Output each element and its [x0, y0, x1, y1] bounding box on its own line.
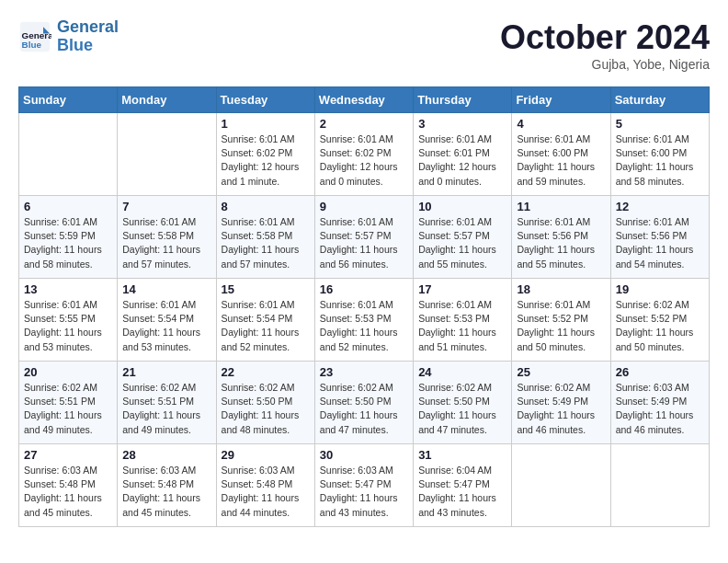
calendar-cell: 3Sunrise: 6:01 AM Sunset: 6:01 PM Daylig… [414, 113, 512, 196]
calendar-body: 1Sunrise: 6:01 AM Sunset: 6:02 PM Daylig… [19, 113, 710, 527]
day-number: 9 [320, 200, 408, 213]
calendar-cell: 13Sunrise: 6:01 AM Sunset: 5:55 PM Dayli… [19, 279, 118, 362]
calendar-cell: 9Sunrise: 6:01 AM Sunset: 5:57 PM Daylig… [314, 196, 413, 279]
weekday-header-row: SundayMondayTuesdayWednesdayThursdayFrid… [19, 87, 710, 113]
day-number: 23 [320, 365, 408, 379]
calendar-cell: 17Sunrise: 6:01 AM Sunset: 5:53 PM Dayli… [414, 279, 512, 362]
calendar-cell: 30Sunrise: 6:03 AM Sunset: 5:47 PM Dayli… [314, 444, 413, 527]
day-number: 22 [222, 365, 310, 379]
calendar-cell: 2Sunrise: 6:01 AM Sunset: 6:02 PM Daylig… [314, 113, 413, 196]
logo: General Blue GeneralBlue [18, 18, 119, 55]
day-info: Sunrise: 6:02 AM Sunset: 5:52 PM Dayligh… [616, 298, 704, 354]
day-number: 19 [616, 282, 704, 296]
calendar-cell: 27Sunrise: 6:03 AM Sunset: 5:48 PM Dayli… [19, 444, 118, 527]
day-info: Sunrise: 6:02 AM Sunset: 5:50 PM Dayligh… [320, 381, 408, 437]
logo-icon: General Blue [18, 20, 51, 53]
day-info: Sunrise: 6:04 AM Sunset: 5:47 PM Dayligh… [418, 464, 506, 520]
day-number: 28 [122, 448, 210, 462]
day-info: Sunrise: 6:02 AM Sunset: 5:51 PM Dayligh… [24, 381, 112, 437]
day-number: 17 [418, 282, 506, 296]
day-info: Sunrise: 6:01 AM Sunset: 5:57 PM Dayligh… [418, 215, 506, 271]
calendar-cell: 29Sunrise: 6:03 AM Sunset: 5:48 PM Dayli… [216, 444, 314, 527]
calendar-cell: 11Sunrise: 6:01 AM Sunset: 5:56 PM Dayli… [512, 196, 610, 279]
calendar-cell: 25Sunrise: 6:02 AM Sunset: 5:49 PM Dayli… [512, 362, 610, 444]
day-info: Sunrise: 6:01 AM Sunset: 5:56 PM Dayligh… [616, 215, 704, 271]
day-info: Sunrise: 6:01 AM Sunset: 5:53 PM Dayligh… [418, 298, 506, 354]
day-info: Sunrise: 6:01 AM Sunset: 5:52 PM Dayligh… [517, 298, 605, 354]
day-number: 12 [616, 200, 704, 213]
calendar-cell: 12Sunrise: 6:01 AM Sunset: 5:56 PM Dayli… [610, 196, 709, 279]
day-number: 26 [616, 365, 704, 379]
calendar-week-5: 27Sunrise: 6:03 AM Sunset: 5:48 PM Dayli… [19, 444, 710, 527]
day-number: 13 [24, 282, 112, 296]
weekday-header-sunday: Sunday [19, 87, 118, 113]
day-info: Sunrise: 6:02 AM Sunset: 5:50 PM Dayligh… [418, 381, 506, 437]
day-info: Sunrise: 6:01 AM Sunset: 5:57 PM Dayligh… [320, 215, 408, 271]
day-number: 14 [122, 282, 210, 296]
day-info: Sunrise: 6:01 AM Sunset: 6:00 PM Dayligh… [517, 132, 605, 189]
calendar-week-3: 13Sunrise: 6:01 AM Sunset: 5:55 PM Dayli… [19, 279, 710, 362]
day-number: 4 [517, 117, 605, 131]
weekday-header-friday: Friday [512, 87, 610, 113]
day-info: Sunrise: 6:02 AM Sunset: 5:49 PM Dayligh… [517, 381, 605, 437]
day-number: 1 [222, 117, 310, 131]
day-number: 8 [222, 200, 310, 213]
svg-text:Blue: Blue [22, 39, 42, 49]
day-info: Sunrise: 6:01 AM Sunset: 6:00 PM Dayligh… [616, 132, 704, 189]
day-number: 2 [320, 117, 408, 131]
calendar-cell: 22Sunrise: 6:02 AM Sunset: 5:50 PM Dayli… [216, 362, 314, 444]
logo-text: GeneralBlue [57, 18, 119, 55]
day-info: Sunrise: 6:03 AM Sunset: 5:49 PM Dayligh… [616, 381, 704, 437]
calendar-header: SundayMondayTuesdayWednesdayThursdayFrid… [19, 87, 710, 113]
day-info: Sunrise: 6:01 AM Sunset: 5:54 PM Dayligh… [222, 298, 310, 354]
weekday-header-monday: Monday [118, 87, 216, 113]
location: Gujba, Yobe, Nigeria [500, 57, 710, 72]
day-info: Sunrise: 6:01 AM Sunset: 5:56 PM Dayligh… [517, 215, 605, 271]
day-number: 11 [517, 200, 605, 213]
calendar-cell [19, 113, 118, 196]
day-number: 27 [24, 448, 112, 462]
day-info: Sunrise: 6:01 AM Sunset: 6:02 PM Dayligh… [320, 132, 408, 189]
day-number: 15 [222, 282, 310, 296]
day-number: 20 [24, 365, 112, 379]
calendar-cell: 15Sunrise: 6:01 AM Sunset: 5:54 PM Dayli… [216, 279, 314, 362]
day-info: Sunrise: 6:01 AM Sunset: 5:58 PM Dayligh… [122, 215, 210, 271]
calendar-cell: 24Sunrise: 6:02 AM Sunset: 5:50 PM Dayli… [414, 362, 512, 444]
day-info: Sunrise: 6:01 AM Sunset: 5:58 PM Dayligh… [222, 215, 310, 271]
calendar-cell: 4Sunrise: 6:01 AM Sunset: 6:00 PM Daylig… [512, 113, 610, 196]
day-info: Sunrise: 6:03 AM Sunset: 5:48 PM Dayligh… [24, 464, 112, 520]
day-info: Sunrise: 6:01 AM Sunset: 5:53 PM Dayligh… [320, 298, 408, 354]
calendar-cell: 7Sunrise: 6:01 AM Sunset: 5:58 PM Daylig… [118, 196, 216, 279]
day-info: Sunrise: 6:01 AM Sunset: 5:59 PM Dayligh… [24, 215, 112, 271]
calendar-week-1: 1Sunrise: 6:01 AM Sunset: 6:02 PM Daylig… [19, 113, 710, 196]
day-number: 29 [222, 448, 310, 462]
day-info: Sunrise: 6:01 AM Sunset: 5:54 PM Dayligh… [122, 298, 210, 354]
calendar-week-2: 6Sunrise: 6:01 AM Sunset: 5:59 PM Daylig… [19, 196, 710, 279]
day-info: Sunrise: 6:03 AM Sunset: 5:48 PM Dayligh… [122, 464, 210, 520]
calendar-cell: 23Sunrise: 6:02 AM Sunset: 5:50 PM Dayli… [314, 362, 413, 444]
calendar-cell [118, 113, 216, 196]
calendar-cell: 21Sunrise: 6:02 AM Sunset: 5:51 PM Dayli… [118, 362, 216, 444]
day-info: Sunrise: 6:01 AM Sunset: 6:02 PM Dayligh… [222, 132, 310, 189]
page-header: General Blue GeneralBlue October 2024 Gu… [18, 18, 710, 72]
day-info: Sunrise: 6:01 AM Sunset: 6:01 PM Dayligh… [418, 132, 506, 189]
weekday-header-wednesday: Wednesday [314, 87, 413, 113]
day-number: 6 [24, 200, 112, 213]
calendar-cell [610, 444, 709, 527]
day-number: 10 [418, 200, 506, 213]
day-number: 30 [320, 448, 408, 462]
day-number: 7 [122, 200, 210, 213]
day-info: Sunrise: 6:02 AM Sunset: 5:51 PM Dayligh… [122, 381, 210, 437]
month-title: October 2024 [500, 18, 710, 57]
calendar-cell: 14Sunrise: 6:01 AM Sunset: 5:54 PM Dayli… [118, 279, 216, 362]
calendar-cell: 19Sunrise: 6:02 AM Sunset: 5:52 PM Dayli… [610, 279, 709, 362]
calendar-cell: 20Sunrise: 6:02 AM Sunset: 5:51 PM Dayli… [19, 362, 118, 444]
day-info: Sunrise: 6:02 AM Sunset: 5:50 PM Dayligh… [222, 381, 310, 437]
day-info: Sunrise: 6:03 AM Sunset: 5:48 PM Dayligh… [222, 464, 310, 520]
weekday-header-thursday: Thursday [414, 87, 512, 113]
calendar-cell: 26Sunrise: 6:03 AM Sunset: 5:49 PM Dayli… [610, 362, 709, 444]
weekday-header-tuesday: Tuesday [216, 87, 314, 113]
calendar-week-4: 20Sunrise: 6:02 AM Sunset: 5:51 PM Dayli… [19, 362, 710, 444]
calendar-table: SundayMondayTuesdayWednesdayThursdayFrid… [18, 86, 710, 527]
calendar-cell [512, 444, 610, 527]
